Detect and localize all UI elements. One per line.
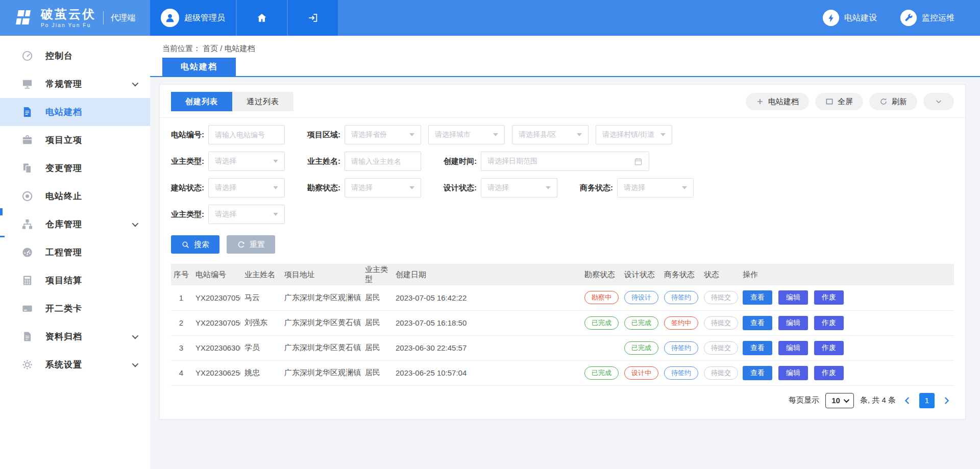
current-page-button[interactable]: 1 <box>919 393 935 408</box>
cell-survey-status: 已完成 <box>580 360 620 385</box>
quick-link-monitoring-operation[interactable]: 监控运维 <box>900 10 954 26</box>
page-tab-station-archive[interactable]: 电站建档 <box>162 58 236 76</box>
home-button[interactable] <box>237 0 288 36</box>
quick-link-station-construction[interactable]: 电站建设 <box>823 10 877 26</box>
filter-business-status: 商务状态:请选择 <box>580 178 694 198</box>
tab-create-list[interactable]: 创建列表 <box>171 92 232 111</box>
panel-card: 创建列表通过列表 电站建档全屏刷新 电站编号:项目区域:请选择省份请选择城市请选… <box>159 84 966 419</box>
owner-type-2-select[interactable]: 请选择 <box>208 205 285 224</box>
card-tabs-row: 创建列表通过列表 电站建档全屏刷新 <box>160 85 965 111</box>
filter-label: 创建时间: <box>444 157 477 166</box>
sidebar-item-general-management[interactable]: 常规管理 <box>0 70 150 98</box>
edit-button[interactable]: 编辑 <box>778 290 808 305</box>
cell-owner-type: 居民 <box>361 335 391 360</box>
edit-button[interactable]: 编辑 <box>778 316 808 330</box>
sidebar-item-station-archive[interactable]: 电站建档 <box>0 98 150 126</box>
sidebar-item-system-settings[interactable]: 系统设置 <box>0 351 150 379</box>
sidebar-item-warehouse-management[interactable]: 仓库管理 <box>0 210 150 238</box>
status-badge: 已完成 <box>584 366 619 380</box>
username: 超级管理员 <box>184 13 225 23</box>
list-tabs: 创建列表通过列表 <box>171 92 293 111</box>
view-button[interactable]: 查看 <box>743 341 772 355</box>
sidebar-item-console[interactable]: 控制台 <box>0 42 150 70</box>
prev-page-button[interactable] <box>902 395 913 406</box>
reset-button[interactable]: 重置 <box>227 235 275 254</box>
caret-down-icon <box>577 133 582 136</box>
business-status-select[interactable]: 请选择 <box>617 178 694 198</box>
main: 控制台常规管理电站建档项目立项变更管理电站终止仓库管理工程管理项目结算开二类卡资… <box>0 36 980 469</box>
survey-status-select[interactable]: 请选择 <box>345 178 421 198</box>
edit-button[interactable]: 编辑 <box>778 366 808 380</box>
search-icon <box>181 240 190 249</box>
void-button[interactable]: 作废 <box>814 341 844 355</box>
owner-name-input[interactable] <box>345 152 421 171</box>
void-button[interactable]: 作废 <box>814 366 844 380</box>
cell-station-no: YX2023070500010 <box>191 310 240 335</box>
status-badge: 待签约 <box>664 366 698 380</box>
sidebar-scrollbar-dash[interactable] <box>0 236 5 237</box>
fullscreen-icon <box>825 97 834 106</box>
sidebar-item-project-initiation[interactable]: 项目立项 <box>0 126 150 154</box>
owner-type-select[interactable]: 请选择 <box>208 152 285 171</box>
caret-down-icon <box>273 160 278 163</box>
search-button[interactable]: 搜索 <box>171 235 219 254</box>
column-header: 业主姓名 <box>240 264 280 285</box>
select-placeholder: 请选择 <box>215 157 236 166</box>
province-select[interactable]: 请选择省份 <box>345 125 421 144</box>
sidebar-item-label: 开二类卡 <box>45 303 82 314</box>
refresh-button[interactable]: 刷新 <box>869 93 917 110</box>
sidebar-item-station-termination[interactable]: 电站终止 <box>0 182 150 210</box>
column-header: 商务状态 <box>660 264 700 285</box>
collapse-button[interactable] <box>923 93 954 110</box>
content: 当前位置： 首页 / 电站建档 电站建档 创建列表通过列表 电站建档全屏刷新 电… <box>150 36 980 469</box>
sidebar-item-label: 仓库管理 <box>45 218 82 230</box>
page-size-select[interactable]: 10 <box>825 393 854 408</box>
filter-create-time: 创建时间:请选择日期范围 <box>444 152 649 171</box>
sidebar-scrollbar-thumb[interactable] <box>0 208 3 215</box>
view-button[interactable]: 查看 <box>743 290 772 305</box>
filter-owner-type: 业主类型:请选择 <box>171 152 285 171</box>
village-select[interactable]: 请选择村镇/街道 <box>596 125 672 144</box>
card-toolbar: 电站建档全屏刷新 <box>746 93 954 110</box>
cell-actions: 查看编辑作废 <box>739 310 954 335</box>
fullscreen-button[interactable]: 全屏 <box>815 93 863 110</box>
void-button[interactable]: 作废 <box>814 290 844 305</box>
view-button[interactable]: 查看 <box>743 316 772 330</box>
station-no-input[interactable] <box>208 125 285 144</box>
tab-passed-list[interactable]: 通过列表 <box>232 92 293 111</box>
breadcrumb-home-link[interactable]: 首页 <box>203 44 218 53</box>
add-station-button[interactable]: 电站建档 <box>746 93 809 110</box>
gear-icon <box>21 359 33 371</box>
sidebar-item-second-class-card[interactable]: 开二类卡 <box>0 294 150 323</box>
reset-icon <box>237 240 246 249</box>
content-header: 当前位置： 首页 / 电站建档 电站建档 <box>150 36 980 77</box>
brand-subtitle: Po Jian Yun Fu <box>41 22 96 28</box>
build-status-select[interactable]: 请选择 <box>208 178 285 198</box>
copy-icon <box>21 162 33 174</box>
column-header: 业主类型 <box>361 264 391 285</box>
sidebar-item-data-archive[interactable]: 资料归档 <box>0 323 150 351</box>
sidebar-item-change-management[interactable]: 变更管理 <box>0 154 150 182</box>
design-status-select[interactable]: 请选择 <box>481 178 557 198</box>
view-button[interactable]: 查看 <box>743 366 772 380</box>
county-select[interactable]: 请选择县/区 <box>512 125 589 144</box>
void-button[interactable]: 作废 <box>814 316 844 330</box>
user-menu[interactable]: 超级管理员 <box>150 0 237 36</box>
sidebar-item-project-settlement[interactable]: 项目结算 <box>0 266 150 294</box>
sidebar-item-engineering-management[interactable]: 工程管理 <box>0 238 150 266</box>
column-header: 项目地址 <box>280 264 361 285</box>
person-icon <box>164 12 176 23</box>
logout-button[interactable] <box>288 0 339 36</box>
station-no-input[interactable] <box>215 131 278 139</box>
status-badge: 勘察中 <box>584 291 619 304</box>
brand-portal-label: 代理端 <box>111 13 135 23</box>
cell-design-status: 待设计 <box>620 285 660 310</box>
date-range-input[interactable]: 请选择日期范围 <box>481 152 649 171</box>
city-select[interactable]: 请选择城市 <box>428 125 505 144</box>
owner-name-input[interactable] <box>351 157 414 165</box>
status-badge: 待提交 <box>704 316 738 330</box>
next-page-button[interactable] <box>941 395 952 406</box>
edit-button[interactable]: 编辑 <box>778 341 808 355</box>
status-badge: 待签约 <box>664 291 698 304</box>
cell-address: 广东深圳龙华区观澜镇姚家庄... <box>280 360 361 385</box>
